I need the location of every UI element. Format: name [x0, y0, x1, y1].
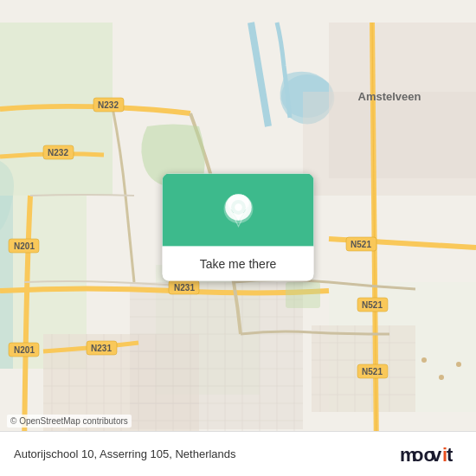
svg-point-67 [421, 357, 427, 363]
svg-text:N231: N231 [91, 344, 112, 353]
svg-text:N521: N521 [362, 300, 383, 310]
osm-attribution: © OpenStreetMap contributors [7, 415, 132, 428]
svg-text:N521: N521 [351, 240, 371, 249]
svg-text:N521: N521 [362, 367, 383, 376]
map-container: N232 N232 N201 N201 N231 N231 N521 N521 … [0, 0, 476, 476]
svg-text:N232: N232 [48, 148, 68, 158]
svg-point-69 [456, 362, 461, 367]
take-me-there-button[interactable]: Take me there [163, 247, 314, 281]
svg-text:Amstelveen: Amstelveen [358, 90, 421, 103]
svg-text:v: v [431, 444, 442, 466]
popup-icon-area [163, 174, 314, 247]
svg-text:N231: N231 [174, 283, 195, 293]
bottom-bar: Autorijschool 10, Asserring 105, Netherl… [0, 431, 476, 476]
svg-text:t: t [447, 444, 453, 466]
moovit-logo: m oo v i t [400, 442, 462, 466]
svg-text:N232: N232 [98, 100, 119, 110]
moovit-logo-svg: m oo v i t [400, 442, 462, 466]
svg-rect-8 [303, 92, 476, 196]
svg-text:N201: N201 [14, 241, 35, 251]
svg-point-68 [439, 375, 444, 380]
location-text: Autorijschool 10, Asserring 105, Netherl… [14, 447, 236, 460]
svg-text:N201: N201 [14, 345, 35, 355]
location-pin-icon [219, 193, 257, 231]
popup-card: Take me there [163, 174, 314, 281]
svg-rect-70 [286, 282, 320, 308]
